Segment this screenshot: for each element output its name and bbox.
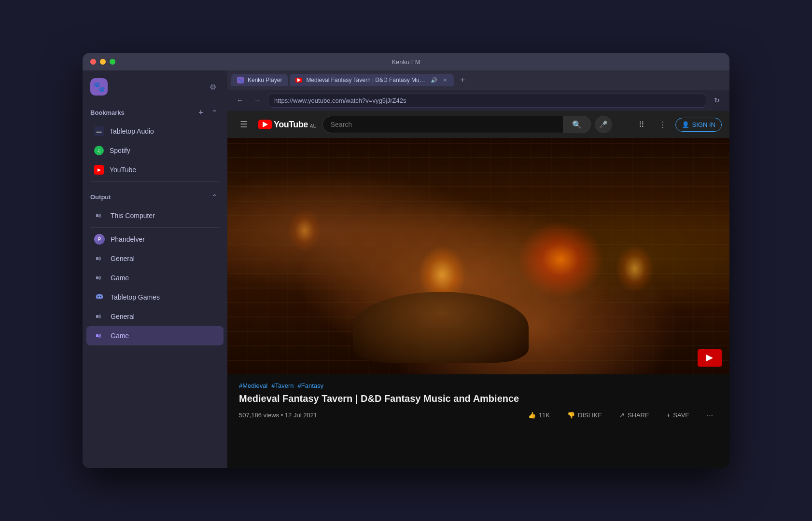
youtube-voice-search-button[interactable]: 🎤 (595, 116, 612, 133)
bookmarks-section-header: Bookmarks + ⌃ (83, 99, 227, 122)
sidebar-item-tabletop-audio[interactable]: ▬ Tabletop Audio ••• (86, 122, 224, 141)
speaker-icon-general2 (94, 311, 105, 322)
youtube-search-container: 🔍 🎤 (322, 116, 612, 133)
video-meta: 507,186 views • 12 Jul 2021 👍 11K 👎 DISL… (239, 409, 718, 422)
maximize-button[interactable] (110, 59, 115, 65)
sidebar-item-general-1[interactable]: General (86, 249, 224, 268)
discord-icon-tabletop (94, 292, 105, 302)
traffic-lights (90, 59, 115, 65)
dislike-button[interactable]: 👎 DISLIKE (562, 409, 607, 422)
logo-icon: 🐾 (93, 81, 105, 93)
sidebar: 🐾 ⚙ Bookmarks + ⌃ ▬ Tabletop Audio ••• (83, 70, 227, 468)
svg-rect-0 (96, 214, 98, 217)
video-thumbnail[interactable] (227, 138, 729, 374)
sidebar-item-game-2[interactable]: Game (86, 326, 224, 345)
subscribe-play-icon (706, 355, 713, 361)
tabletop-audio-label: Tabletop Audio (110, 127, 209, 135)
sidebar-item-this-computer[interactable]: This Computer (86, 206, 224, 225)
general-1-label: General (111, 255, 135, 262)
youtube-search-button[interactable]: 🔍 (564, 116, 591, 133)
thumbs-down-icon: 👎 (567, 411, 575, 419)
browser-tabs-bar: 🐾 Kenku Player Medieval Fantasy Tavern |… (227, 70, 729, 90)
close-button[interactable] (90, 59, 96, 65)
add-bookmark-button[interactable]: + (196, 107, 206, 118)
general-2-label: General (111, 313, 135, 320)
youtube-more-icon[interactable]: ⋮ (654, 116, 672, 133)
phandelver-avatar: P (94, 234, 105, 245)
browser-pane: 🐾 Kenku Player Medieval Fantasy Tavern |… (227, 70, 729, 468)
more-icon: ⋯ (707, 411, 713, 419)
video-title: Medieval Fantasy Tavern | D&D Fantasy Mu… (239, 392, 718, 405)
youtube-logo-region: AU (310, 123, 317, 129)
sidebar-item-general-2[interactable]: General (86, 307, 224, 326)
youtube-logo-text: YouTube (274, 120, 308, 130)
video-info: #Medieval #Tavern #Fantasy Medieval Fant… (227, 374, 729, 425)
tavern-scene-image (227, 138, 729, 374)
tabletop-audio-icon: ▬ (94, 126, 104, 136)
youtube-right-icons: ⠿ ⋮ 👤 SIGN IN (633, 116, 722, 133)
main-content: 🐾 ⚙ Bookmarks + ⌃ ▬ Tabletop Audio ••• (83, 70, 729, 468)
hashtag-tavern[interactable]: #Tavern (271, 382, 294, 389)
forward-button[interactable]: → (251, 94, 264, 107)
youtube-tab-favicon (295, 77, 302, 83)
refresh-button[interactable]: ↻ (710, 94, 724, 107)
sidebar-item-phandelver[interactable]: P Phandelver (86, 230, 224, 249)
video-actions: 👍 11K 👎 DISLIKE ↗ SHARE (523, 409, 718, 422)
share-button[interactable]: ↗ SHARE (615, 409, 654, 422)
sidebar-item-game-1[interactable]: Game (86, 268, 224, 288)
hashtag-medieval[interactable]: #Medieval (239, 382, 267, 389)
svg-rect-3 (96, 315, 98, 318)
save-label: SAVE (673, 411, 689, 419)
video-stats: 507,186 views • 12 Jul 2021 (239, 411, 317, 419)
title-bar: Kenku FM (83, 53, 729, 70)
youtube-search-input[interactable] (331, 121, 556, 128)
subscribe-overlay[interactable] (698, 349, 722, 367)
youtube-apps-icon[interactable]: ⠿ (633, 116, 650, 133)
back-button[interactable]: ← (233, 94, 247, 107)
hashtag-fantasy[interactable]: #Fantasy (298, 382, 323, 389)
tab-kenku-player[interactable]: 🐾 Kenku Player (231, 74, 288, 86)
youtube-logo-icon (258, 120, 272, 129)
kenku-tab-title: Kenku Player (248, 77, 282, 83)
youtube-content: ☰ YouTube AU 🔍 🎤 (227, 111, 729, 468)
youtube-header: ☰ YouTube AU 🔍 🎤 (227, 111, 729, 138)
youtube-menu-icon[interactable]: ☰ (235, 116, 252, 133)
share-icon: ↗ (619, 411, 625, 419)
svg-rect-4 (96, 334, 98, 337)
tabletop-games-label: Tabletop Games (111, 293, 160, 301)
svg-rect-2 (96, 276, 98, 279)
phandelver-label: Phandelver (111, 235, 145, 243)
collapse-output-button[interactable]: ⌃ (209, 192, 220, 202)
game-2-label: Game (111, 332, 129, 340)
game-1-label: Game (111, 274, 129, 282)
tab-youtube-video[interactable]: Medieval Fantasy Tavern | D&D Fantasy Mu… (290, 74, 454, 86)
address-bar[interactable]: https://www.youtube.com/watch?v=vyg5jJrZ… (268, 94, 706, 108)
youtube-sign-in-button[interactable]: 👤 SIGN IN (675, 118, 722, 132)
window-title: Kenku FM (392, 58, 420, 66)
settings-button[interactable]: ⚙ (206, 80, 220, 94)
youtube-play-icon (263, 122, 268, 127)
share-label: SHARE (628, 411, 649, 419)
youtube-search-bar[interactable] (322, 116, 564, 133)
sign-in-person-icon: 👤 (682, 121, 689, 128)
spotify-icon: ♫ (94, 146, 104, 155)
sign-in-label: SIGN IN (692, 121, 715, 128)
speaker-icon-game1 (94, 273, 105, 283)
youtube-tab-title: Medieval Fantasy Tavern | D&D Fantasy Mu… (306, 77, 427, 83)
minimize-button[interactable] (100, 59, 106, 65)
save-button[interactable]: + SAVE (662, 409, 694, 422)
sidebar-item-tabletop-games[interactable]: Tabletop Games (86, 288, 224, 307)
url-text: https://www.youtube.com/watch?v=vyg5jJrZ… (274, 97, 406, 104)
sidebar-item-youtube[interactable]: ▶ YouTube ••• (86, 160, 224, 179)
collapse-bookmarks-button[interactable]: ⌃ (209, 107, 220, 118)
candle-glow-3 (288, 209, 322, 252)
candle-glow-2 (616, 245, 654, 293)
more-actions-button[interactable]: ⋯ (702, 409, 718, 422)
like-button[interactable]: 👍 11K (523, 409, 555, 422)
save-icon: + (667, 411, 671, 419)
svg-rect-1 (96, 257, 98, 260)
sidebar-item-spotify[interactable]: ♫ Spotify ••• (86, 141, 224, 160)
youtube-label: YouTube (110, 166, 209, 174)
new-tab-button[interactable]: + (456, 73, 469, 87)
close-youtube-tab[interactable]: ✕ (441, 77, 448, 83)
